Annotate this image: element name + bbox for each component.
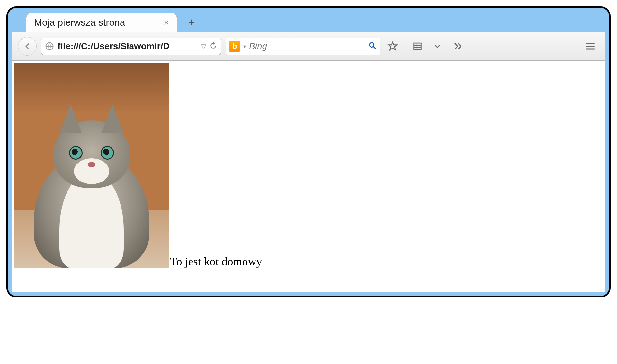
toolbar: file:///C:/Users/Sławomir/D ▽ b ▾ (12, 32, 605, 61)
reading-list-button[interactable] (410, 39, 425, 54)
toolbar-separator (577, 39, 577, 53)
star-icon (387, 41, 398, 52)
close-tab-icon[interactable]: × (161, 17, 171, 28)
url-text[interactable]: file:///C:/Users/Sławomir/D (58, 41, 198, 51)
globe-icon (45, 41, 54, 51)
search-go-button[interactable] (368, 41, 377, 51)
page-content: To jest kot domowy (12, 61, 605, 292)
tab-strip: Moja pierwsza strona × + (12, 12, 605, 32)
browser-tab[interactable]: Moja pierwsza strona × (26, 13, 177, 32)
search-input[interactable] (249, 41, 365, 51)
content-row: To jest kot domowy (14, 63, 603, 268)
cat-image (14, 63, 169, 268)
window-frame: Moja pierwsza strona × + file:///C:/User… (6, 6, 611, 297)
download-arrow-icon (432, 41, 443, 52)
svg-line-2 (374, 47, 376, 49)
tab-title: Moja pierwsza strona (34, 17, 161, 28)
downloads-button[interactable] (430, 39, 445, 54)
magnifier-icon (368, 41, 377, 50)
svg-point-1 (370, 43, 374, 47)
back-button[interactable] (18, 37, 37, 56)
hamburger-icon (585, 41, 596, 52)
hamburger-menu-button[interactable] (582, 38, 599, 55)
list-icon (412, 41, 423, 52)
browser-chrome: Moja pierwsza strona × + file:///C:/User… (12, 12, 605, 292)
bing-logo-icon: b (229, 41, 240, 52)
search-bar[interactable]: b ▾ (226, 38, 380, 55)
arrow-left-icon (22, 41, 32, 51)
url-dropdown-icon[interactable]: ▽ (201, 42, 206, 50)
reload-button[interactable] (209, 41, 218, 52)
new-tab-button[interactable]: + (183, 14, 200, 31)
image-caption: To jest kot domowy (170, 255, 262, 268)
bookmark-star-button[interactable] (385, 39, 400, 54)
toolbar-separator (405, 39, 405, 53)
overflow-button[interactable] (450, 39, 465, 54)
search-engine-dropdown-icon[interactable]: ▾ (243, 43, 246, 49)
chevron-double-right-icon (452, 41, 463, 52)
url-bar[interactable]: file:///C:/Users/Sławomir/D ▽ (41, 38, 221, 55)
